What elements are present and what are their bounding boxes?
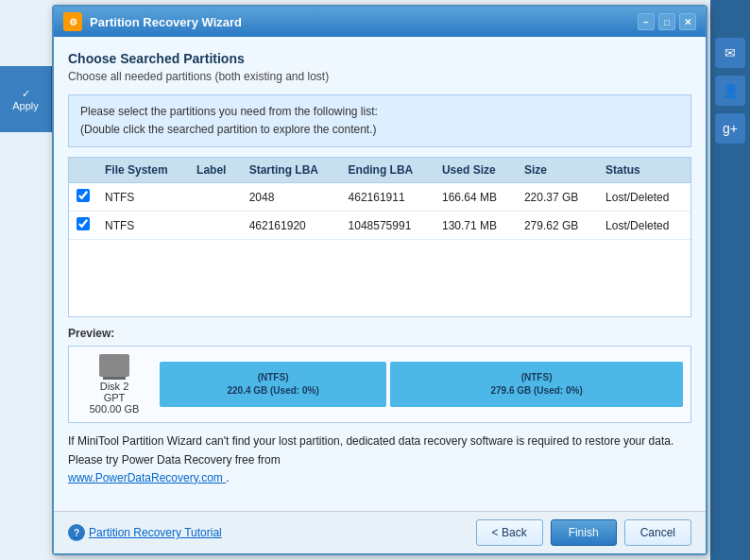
row-status-1: Lost/Deleted	[598, 212, 690, 240]
disk-icon	[99, 354, 129, 377]
col-used-size: Used Size	[435, 158, 517, 183]
dialog-subheading: Choose all needed partitions (both exist…	[68, 70, 691, 83]
partition-bar-1-fs: (NTFS)	[258, 371, 289, 384]
row-size-1: 279.62 GB	[517, 212, 598, 240]
minimize-button[interactable]: −	[638, 13, 655, 30]
instruction-line2: (Double click the searched partition to …	[80, 121, 679, 139]
message-text: If MiniTool Partition Wizard can't find …	[68, 434, 673, 466]
col-checkbox	[69, 158, 97, 183]
col-filesystem: File System	[97, 158, 189, 183]
preview-label: Preview:	[68, 327, 691, 340]
row-checkbox-0[interactable]	[77, 189, 90, 202]
row-ending-lba-0: 462161911	[341, 183, 435, 212]
dialog-title: Partition Recovery Wizard	[90, 15, 242, 29]
col-label: Label	[189, 158, 242, 183]
partition-table-container[interactable]: File System Label Starting LBA Ending LB…	[68, 157, 691, 317]
message-section: If MiniTool Partition Wizard can't find …	[68, 433, 691, 487]
row-used-size-1: 130.71 MB	[435, 212, 517, 240]
row-starting-lba-1: 462161920	[242, 212, 341, 240]
disk-name: Disk 2	[100, 381, 129, 392]
apply-button[interactable]: ✓ Apply	[0, 66, 53, 132]
table-header-row: File System Label Starting LBA Ending LB…	[69, 158, 690, 183]
row-filesystem-0: NTFS	[97, 183, 189, 212]
right-sidebar: ✉ 👤 g+	[710, 0, 750, 560]
row-used-size-0: 166.64 MB	[435, 183, 517, 212]
back-button[interactable]: < Back	[476, 519, 543, 546]
disk-type: GPT	[104, 392, 126, 403]
partition-table: File System Label Starting LBA Ending LB…	[69, 158, 690, 240]
row-checkbox-cell[interactable]	[69, 212, 97, 240]
partition-bar-2-size: 279.6 GB (Used: 0%)	[490, 384, 582, 398]
preview-disk: Disk 2 GPT 500.00 GB (NTFS) 220.4 GB (Us…	[68, 346, 691, 423]
tutorial-link[interactable]: ? Partition Recovery Tutorial	[68, 524, 222, 541]
disk-partitions: (NTFS) 220.4 GB (Used: 0%) (NTFS) 279.6 …	[160, 362, 683, 407]
row-ending-lba-1: 1048575991	[341, 212, 435, 240]
instruction-box: Please select the partitions you need fr…	[68, 94, 691, 147]
row-label-0	[189, 183, 242, 212]
partition-bar-1[interactable]: (NTFS) 220.4 GB (Used: 0%)	[160, 362, 386, 407]
sidebar-icon-contact[interactable]: 👤	[715, 76, 745, 106]
partition-bar-1-size: 220.4 GB (Used: 0%)	[227, 384, 318, 398]
titlebar-controls: − □ ✕	[638, 13, 696, 30]
dialog-heading: Choose Searched Partitions	[68, 51, 691, 66]
message-link[interactable]: www.PowerDataRecovery.com	[68, 471, 226, 484]
col-starting-lba: Starting LBA	[242, 158, 341, 183]
tutorial-link-icon: ?	[68, 524, 85, 541]
apply-icon: ✓	[22, 88, 30, 100]
row-checkbox-1[interactable]	[77, 217, 90, 230]
dialog-titlebar: ⚙ Partition Recovery Wizard − □ ✕	[54, 7, 706, 37]
tutorial-link-text: Partition Recovery Tutorial	[89, 526, 222, 539]
title-icon-symbol: ⚙	[69, 17, 77, 27]
col-status: Status	[598, 158, 690, 183]
row-status-0: Lost/Deleted	[598, 183, 690, 212]
instruction-line1: Please select the partitions you need fr…	[80, 103, 679, 121]
message-link-text: www.PowerDataRecovery.com	[68, 471, 223, 484]
col-size: Size	[517, 158, 598, 183]
row-size-0: 220.37 GB	[517, 183, 598, 212]
partition-recovery-dialog: ⚙ Partition Recovery Wizard − □ ✕ Choose…	[52, 5, 707, 555]
sidebar-icon-mail[interactable]: ✉	[715, 38, 745, 68]
table-row[interactable]: NTFS 2048 462161911 166.64 MB 220.37 GB …	[69, 183, 690, 212]
close-button[interactable]: ✕	[679, 13, 696, 30]
partition-bar-2[interactable]: (NTFS) 279.6 GB (Used: 0%)	[390, 362, 683, 407]
restore-button[interactable]: □	[658, 13, 675, 30]
dialog-title-icon: ⚙	[63, 12, 82, 31]
table-row[interactable]: NTFS 462161920 1048575991 130.71 MB 279.…	[69, 212, 690, 240]
sidebar-icon-user[interactable]: g+	[715, 113, 745, 144]
partition-bar-2-fs: (NTFS)	[521, 371, 553, 384]
dialog-content: Choose Searched Partitions Choose all ne…	[54, 37, 706, 511]
dialog-footer: ? Partition Recovery Tutorial < Back Fin…	[54, 511, 706, 553]
disk-size: 500.00 GB	[90, 403, 140, 415]
row-label-1	[189, 212, 242, 240]
row-checkbox-cell[interactable]	[69, 183, 97, 212]
message-period: .	[226, 471, 229, 484]
footer-buttons: < Back Finish Cancel	[476, 519, 691, 546]
cancel-button[interactable]: Cancel	[624, 519, 691, 546]
col-ending-lba: Ending LBA	[341, 158, 435, 183]
row-filesystem-1: NTFS	[97, 212, 189, 240]
disk-info: Disk 2 GPT 500.00 GB	[77, 354, 152, 415]
apply-label: Apply	[12, 100, 39, 111]
row-starting-lba-0: 2048	[242, 183, 341, 212]
preview-section: Preview: Disk 2 GPT 500.00 GB (NTFS) 220…	[68, 327, 691, 423]
finish-button[interactable]: Finish	[551, 519, 617, 546]
